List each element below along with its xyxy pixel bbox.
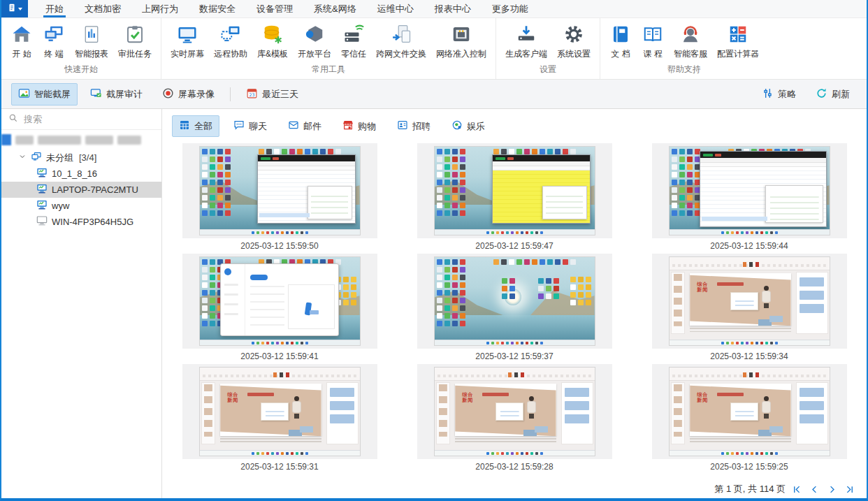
fun-icon: [451, 119, 463, 133]
filter-tab-chat[interactable]: 聊天: [226, 115, 274, 137]
screenshot-thumbnail[interactable]: [434, 146, 595, 235]
zerotrust-icon: [342, 23, 365, 45]
ribbon-button-home[interactable]: 开 始: [6, 18, 38, 62]
audit-icon: [90, 87, 102, 101]
toolbar-button-sliders[interactable]: 策略: [755, 83, 803, 106]
ribbon-button-support[interactable]: 智能客服: [669, 18, 712, 62]
ribbon-button-platform[interactable]: 开放平台: [293, 18, 336, 62]
ribbon-button-client[interactable]: 生成客户端: [500, 18, 552, 62]
toolbar-button-screenshot[interactable]: 智能截屏: [11, 83, 78, 106]
ribbon-button-approve[interactable]: 审批任务: [113, 18, 157, 62]
ribbon-button-report[interactable]: 智能报表: [70, 18, 113, 62]
taskbar: [200, 450, 360, 456]
menu-tab-7[interactable]: 报表中心: [424, 0, 482, 17]
ribbon-button-monitor[interactable]: 实时屏幕: [166, 18, 209, 62]
filter-tab-label: 招聘: [412, 120, 431, 133]
menu-tab-1[interactable]: 文档加密: [74, 0, 131, 17]
redacted-root-node[interactable]: [1, 130, 161, 150]
ribbon-button-terminals[interactable]: 终 端: [38, 18, 70, 62]
ppt-slide-title: 综合 新闻: [697, 392, 715, 403]
ribbon-button-book[interactable]: 文 档: [605, 18, 637, 62]
screenshot-cell[interactable]: 2025-03-12 15:59:50: [162, 143, 397, 254]
filter-tab-label: 购物: [358, 120, 376, 133]
powerpoint-window: 综合 新闻: [200, 368, 360, 456]
ribbon-button-label: 终 端: [44, 48, 63, 60]
screenshot-band: [417, 143, 612, 238]
screenshot-cell[interactable]: 综合 新闻 2025-03-12 15:59:28: [397, 364, 632, 474]
ppt-slide-title: 综合 新闻: [462, 392, 480, 403]
sliders-icon: [762, 87, 774, 101]
computer-name: LAPTOP-7PAC2MTU: [52, 184, 138, 195]
toolbar-button-date-filter[interactable]: 23最近三天: [239, 83, 305, 106]
file-list-header: [258, 166, 355, 170]
toolbar-button-record[interactable]: 屏幕录像: [155, 83, 222, 106]
menu-tab-8[interactable]: 更多功能: [482, 0, 539, 17]
toolbar-button-label: 屏幕录像: [178, 88, 215, 101]
screenshot-thumbnail[interactable]: [669, 146, 830, 235]
search-box[interactable]: [1, 109, 161, 130]
ribbon-button-netaccess[interactable]: 网络准入控制: [431, 18, 491, 62]
screenshot-thumbnail[interactable]: 综合 新闻: [434, 367, 595, 456]
screenshot-cell[interactable]: 综合 新闻 2025-03-12 15:59:31: [162, 364, 397, 474]
pager-first-button[interactable]: [790, 483, 803, 495]
screenshot-cell[interactable]: 2025-03-12 15:59:41: [162, 254, 397, 364]
filter-tab-shopping[interactable]: 购物: [335, 115, 383, 137]
app-list: [250, 286, 284, 331]
ribbon-button-library[interactable]: 库&模板: [252, 18, 293, 62]
ribbon-button-label: 远程协助: [214, 48, 247, 60]
menu-tab-0[interactable]: 开始: [35, 0, 74, 17]
ribbon-button-exchange[interactable]: 跨网文件交换: [371, 18, 431, 62]
screenshot-thumbnail[interactable]: 综合 新闻: [199, 367, 361, 456]
ribbon-group-title: 常用工具: [166, 62, 491, 79]
screenshot-cell[interactable]: 2025-03-12 15:59:44: [632, 143, 867, 254]
screenshot-cell[interactable]: 2025-03-12 15:59:37: [397, 254, 632, 364]
search-input[interactable]: [24, 114, 154, 124]
pager-next-button[interactable]: [825, 483, 838, 495]
tree-computer-1[interactable]: LAPTOP-7PAC2MTU: [1, 182, 161, 198]
taskbar: [435, 229, 595, 235]
menu-tab-2[interactable]: 上网行为: [131, 0, 189, 17]
ribbon-button-course[interactable]: 课 程: [637, 18, 669, 62]
app-logo-button[interactable]: [1, 0, 28, 17]
chevron-down-icon[interactable]: [18, 152, 27, 163]
screenshot-thumbnail[interactable]: 综合 新闻: [669, 256, 830, 346]
app-primary-button: [250, 275, 268, 280]
filter-tab-fun[interactable]: 娱乐: [444, 115, 492, 137]
filter-tab-grid[interactable]: 全部: [172, 115, 219, 137]
ppt-design-panel: [326, 382, 359, 444]
ribbon-button-gear[interactable]: 系统设置: [552, 18, 595, 62]
computer-online-icon: [36, 183, 48, 196]
tree-group-ungrouped[interactable]: 未分组[3/4]: [1, 150, 161, 166]
filter-tab-recruit[interactable]: 招聘: [390, 115, 437, 137]
ribbon-button-calculator[interactable]: 配置计算器: [712, 18, 764, 62]
tree-computer-3[interactable]: WIN-4FP3P64H5JG: [1, 214, 161, 230]
ribbon-button-label: 文 档: [611, 48, 630, 60]
screenshot-cell[interactable]: 综合 新闻 2025-03-12 15:59:25: [632, 364, 867, 474]
ribbon-button-remote[interactable]: 远程协助: [209, 18, 252, 62]
tree-computer-0[interactable]: 10_1_8_16: [1, 166, 161, 182]
toolbar-button-refresh[interactable]: 刷新: [809, 83, 857, 106]
screenshot-thumbnail[interactable]: [434, 256, 595, 346]
approve-icon: [124, 23, 146, 45]
screenshot-thumbnail[interactable]: 综合 新闻: [669, 367, 830, 456]
screenshot-thumbnail[interactable]: [199, 256, 361, 346]
ppt-ribbon: [435, 368, 595, 381]
ribbon-button-zerotrust[interactable]: 零信任: [336, 18, 371, 62]
computer-offline-icon: [36, 215, 48, 228]
menu-tab-5[interactable]: 系统&网络: [303, 0, 367, 17]
popup-panel: [308, 186, 352, 219]
filter-tab-mail[interactable]: 邮件: [281, 115, 328, 137]
screenshot-cell[interactable]: 2025-03-12 15:59:47: [397, 143, 632, 254]
menu-tab-3[interactable]: 数据安全: [189, 0, 246, 17]
screenshot-cell[interactable]: 综合 新闻 2025-03-12 15:59:34: [632, 254, 867, 364]
toolbar-button-audit[interactable]: 截屏审计: [83, 83, 150, 106]
screenshot-thumbnail[interactable]: [199, 146, 361, 235]
tree-computer-2[interactable]: wyw: [1, 198, 161, 214]
menu-tab-4[interactable]: 设备管理: [246, 0, 303, 17]
pager-prev-button[interactable]: [808, 483, 820, 495]
menu-tab-6[interactable]: 运维中心: [367, 0, 424, 17]
menu-tabs: 开始文档加密上网行为数据安全设备管理系统&网络运维中心报表中心更多功能: [35, 0, 539, 17]
pager-last-button[interactable]: [843, 483, 855, 495]
content-area: 全部聊天邮件购物招聘娱乐 2025-03-12 15:59:50 2025-03…: [162, 109, 867, 498]
ribbon-button-label: 智能客服: [674, 48, 707, 60]
